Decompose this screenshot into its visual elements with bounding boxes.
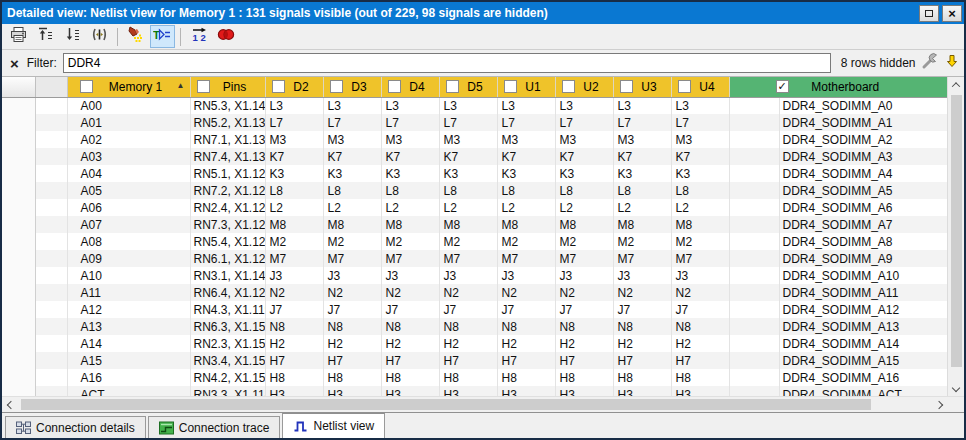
device-pin-cell[interactable]: M2 (323, 233, 381, 250)
pins-cell[interactable]: RN4.2, X1.152 (190, 369, 265, 386)
row-gutter-cell[interactable] (2, 148, 35, 165)
column-header-u3[interactable]: U3 (613, 77, 671, 97)
device-pin-cell[interactable]: L8 (265, 182, 323, 199)
device-pin-cell[interactable]: L2 (671, 199, 729, 216)
pins-cell[interactable]: RN6.4, X1.120 (190, 284, 265, 301)
signal-cell[interactable]: A03 (67, 148, 190, 165)
device-pin-cell[interactable]: J7 (613, 301, 671, 318)
device-pin-cell[interactable]: H8 (671, 369, 729, 386)
vertical-scroll-thumb[interactable] (951, 95, 962, 367)
spacer-cell[interactable] (35, 97, 67, 114)
device-pin-cell[interactable]: N8 (497, 318, 555, 335)
device-pin-cell[interactable]: H8 (323, 369, 381, 386)
scroll-right-arrow[interactable] (930, 397, 947, 413)
vertical-scrollbar[interactable] (947, 77, 964, 396)
settings-wrench-button[interactable] (921, 52, 939, 74)
motherboard-spacer-cell[interactable] (729, 165, 779, 182)
device-pin-cell[interactable]: H8 (381, 369, 439, 386)
spacer-cell[interactable] (35, 182, 67, 199)
row-gutter-cell[interactable] (2, 165, 35, 182)
pins-cell[interactable]: RN6.1, X1.121 (190, 250, 265, 267)
column-checkbox[interactable]: ✓ (776, 80, 789, 93)
device-pin-cell[interactable]: K3 (323, 165, 381, 182)
pins-cell[interactable]: RN5.1, X1.128 (190, 165, 265, 182)
device-pin-cell[interactable]: L7 (613, 114, 671, 131)
highlight-button[interactable] (123, 25, 148, 48)
table-row[interactable]: A00RN5.3, X1.144L3L3L3L3L3L3L3L3DDR4_SOD… (2, 97, 947, 114)
signal-cell[interactable]: A07 (67, 216, 190, 233)
table-row[interactable]: A15RN3.4, X1.156H7H7H7H7H7H7H7H7DDR4_SOD… (2, 352, 947, 369)
device-pin-cell[interactable]: K3 (497, 165, 555, 182)
motherboard-net-cell[interactable]: DDR4_SODIMM_ACT (779, 386, 947, 396)
table-row[interactable]: A02RN7.1, X1.132M3M3M3M3M3M3M3M3DDR4_SOD… (2, 131, 947, 148)
table-row[interactable]: A14RN2.3, X1.151H2H2H2H2H2H2H2H2DDR4_SOD… (2, 335, 947, 352)
pins-cell[interactable]: RN3.3, X1.114 (190, 386, 265, 396)
signal-cell[interactable]: A10 (67, 267, 190, 284)
device-pin-cell[interactable]: J7 (671, 301, 729, 318)
spacer-cell[interactable] (35, 199, 67, 216)
motherboard-net-cell[interactable]: DDR4_SODIMM_A5 (779, 182, 947, 199)
device-pin-cell[interactable]: L2 (439, 199, 497, 216)
device-pin-cell[interactable]: N2 (381, 284, 439, 301)
device-pin-cell[interactable]: J3 (671, 267, 729, 284)
device-pin-cell[interactable]: K3 (381, 165, 439, 182)
device-pin-cell[interactable]: M3 (381, 131, 439, 148)
device-pin-cell[interactable]: M8 (671, 216, 729, 233)
signal-cell[interactable]: A12 (67, 301, 190, 318)
signal-cell[interactable]: A04 (67, 165, 190, 182)
tab-connection-trace[interactable]: Connection trace (148, 416, 281, 438)
device-pin-cell[interactable]: L7 (671, 114, 729, 131)
table-row[interactable]: A09RN6.1, X1.121M7M7M7M7M7M7M7M7DDR4_SOD… (2, 250, 947, 267)
device-pin-cell[interactable]: M2 (555, 233, 613, 250)
motherboard-net-cell[interactable]: DDR4_SODIMM_A11 (779, 284, 947, 301)
device-pin-cell[interactable]: N2 (613, 284, 671, 301)
column-header-u1[interactable]: U1 (497, 77, 555, 97)
device-pin-cell[interactable]: L2 (381, 199, 439, 216)
motherboard-net-cell[interactable]: DDR4_SODIMM_A0 (779, 97, 947, 114)
column-checkbox[interactable] (562, 80, 575, 93)
column-header-d3[interactable]: D3 (323, 77, 381, 97)
motherboard-spacer-cell[interactable] (729, 335, 779, 352)
te-probe-button[interactable]: T (150, 25, 175, 48)
device-pin-cell[interactable]: J7 (439, 301, 497, 318)
maximize-button[interactable] (919, 5, 939, 22)
column-checkbox[interactable] (272, 80, 285, 93)
pins-cell[interactable]: RN7.2, X1.126 (190, 182, 265, 199)
device-pin-cell[interactable]: H7 (323, 352, 381, 369)
motherboard-spacer-cell[interactable] (729, 216, 779, 233)
motherboard-spacer-cell[interactable] (729, 97, 779, 114)
device-pin-cell[interactable]: H3 (265, 386, 323, 396)
table-row[interactable]: A07RN7.3, X1.122M8M8M8M8M8M8M8M8DDR4_SOD… (2, 216, 947, 233)
device-pin-cell[interactable]: K7 (439, 148, 497, 165)
device-pin-cell[interactable]: L2 (323, 199, 381, 216)
tab-netlist-view[interactable]: Netlist view (282, 413, 385, 438)
table-row[interactable]: A06RN2.4, X1.127L2L2L2L2L2L2L2L2DDR4_SOD… (2, 199, 947, 216)
signal-cell[interactable]: ACT (67, 386, 190, 396)
row-gutter-cell[interactable] (2, 386, 35, 396)
device-pin-cell[interactable]: J7 (555, 301, 613, 318)
spacer-cell[interactable] (35, 301, 67, 318)
device-pin-cell[interactable]: H2 (671, 335, 729, 352)
compare-rings-button[interactable] (213, 25, 238, 48)
tab-connection-details[interactable]: Connection details (5, 416, 146, 438)
pins-cell[interactable]: RN3.1, X1.146 (190, 267, 265, 284)
device-pin-cell[interactable]: L8 (381, 182, 439, 199)
device-pin-cell[interactable]: L3 (265, 97, 323, 114)
column-checkbox[interactable] (80, 80, 93, 93)
device-pin-cell[interactable]: L2 (555, 199, 613, 216)
row-gutter-cell[interactable] (2, 335, 35, 352)
pins-cell[interactable]: RN2.3, X1.151 (190, 335, 265, 352)
device-pin-cell[interactable]: H3 (613, 386, 671, 396)
device-pin-cell[interactable]: M3 (323, 131, 381, 148)
table-row[interactable]: A04RN5.1, X1.128K3K3K3K3K3K3K3K3DDR4_SOD… (2, 165, 947, 182)
move-signal-down-button[interactable] (60, 25, 85, 48)
device-pin-cell[interactable]: J7 (497, 301, 555, 318)
row-gutter-cell[interactable] (2, 301, 35, 318)
motherboard-net-cell[interactable]: DDR4_SODIMM_A13 (779, 318, 947, 335)
row-gutter-cell[interactable] (2, 369, 35, 386)
device-pin-cell[interactable]: J7 (323, 301, 381, 318)
spacer-cell[interactable] (35, 335, 67, 352)
motherboard-net-cell[interactable]: DDR4_SODIMM_A3 (779, 148, 947, 165)
spacer-cell[interactable] (35, 131, 67, 148)
column-header-u4[interactable]: U4 (671, 77, 729, 97)
